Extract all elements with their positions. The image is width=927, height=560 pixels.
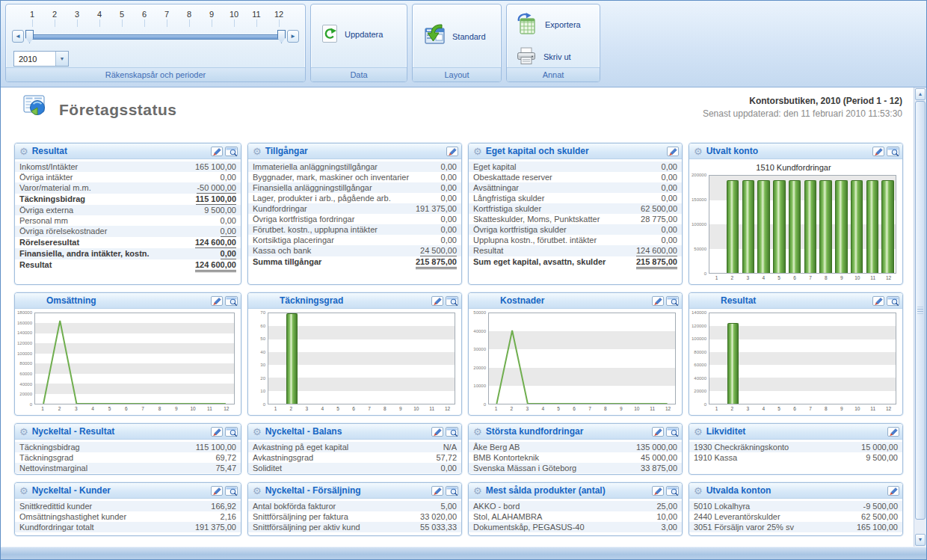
panel-preview-icon[interactable] (666, 296, 679, 306)
panel-preview-icon[interactable] (446, 296, 458, 306)
table-row: Inkomst/Intäkter165 100,00 (15, 161, 241, 172)
standard-layout-button[interactable]: Standard (420, 22, 489, 51)
year-dropdown[interactable]: 2010 ▼ (13, 51, 69, 67)
table-row: Upplupna kostn., förutbet. intäkter0,00 (469, 235, 682, 245)
panel-header: Täckningsgrad (248, 293, 461, 309)
panel-edit-icon[interactable] (211, 427, 223, 437)
panel-preview-icon[interactable] (446, 427, 458, 437)
panel-edit-icon[interactable] (872, 147, 884, 156)
panel-preview-icon[interactable] (225, 486, 238, 496)
panel-preview-icon[interactable] (446, 486, 458, 496)
row-value: 0,00 (662, 182, 677, 193)
panel-edit-icon[interactable] (211, 296, 223, 306)
table-row: Kassa och bank24 500,00 (248, 245, 461, 256)
update-button[interactable]: Uppdatera (318, 22, 386, 46)
row-label: Kundfordringar (253, 203, 416, 214)
chart-utvalt-konto: 1510 Kundfordringar050000100000150000200… (689, 161, 902, 283)
table-row: Kundfordringar totalt191 375,00 (15, 522, 241, 532)
scroll-up-button[interactable]: ▲ (915, 88, 926, 100)
period-slider-thumb-end[interactable] (277, 30, 286, 43)
row-label: Förutbet. kostn., upplupna intäkter (253, 224, 441, 235)
bar-month-8 (819, 180, 831, 273)
x-axis-labels: 123456789101112 (34, 404, 235, 413)
row-value: 5,00 (441, 501, 457, 511)
panel-header: ⚙Mest sålda produkter (antal) (469, 483, 682, 499)
x-tick-label: 1 (34, 404, 51, 413)
x-tick-label: 3 (740, 274, 756, 283)
panel-preview-icon[interactable] (666, 427, 679, 437)
table-row: Övriga kortfristiga skulder0,00 (469, 224, 682, 235)
ribbon-group-periods: 123456789101112 ◄ ► 2010 ▼ Räkenskapsår … (5, 4, 306, 82)
panel-body: Snittkredittid kunder166,92Omsättningsha… (15, 499, 241, 535)
panel-edit-icon[interactable] (431, 486, 443, 496)
scroll-down-button[interactable]: ▼ (915, 534, 926, 546)
row-value: 0,00 (662, 224, 677, 235)
y-tick-label: 50000 (473, 310, 486, 315)
panel-body: 1510 Kundfordringar050000100000150000200… (689, 159, 902, 284)
panel-edit-icon[interactable] (446, 147, 458, 156)
panel-edit-icon[interactable] (431, 427, 443, 437)
table-row: Antal bokförda fakturor5,00 (248, 501, 461, 511)
row-label: Kundfordringar totalt (19, 522, 195, 532)
table-row: Resultat124 600,00 (469, 245, 682, 256)
x-tick-label: 3 (299, 404, 315, 413)
panel-header: ⚙Största kundfordringar (469, 424, 682, 440)
row-value: 166,92 (211, 501, 236, 511)
panel-edit-icon[interactable] (652, 427, 664, 437)
table-row: Dokumentskåp, PEGASUS-403,00 (469, 522, 682, 532)
export-button[interactable]: Exportera (513, 10, 584, 39)
row-value: 75,47 (215, 463, 236, 473)
panel-edit-icon[interactable] (211, 486, 223, 496)
panel-tillgangar: ⚙TillgångarImmateriella anläggningstillg… (247, 143, 462, 285)
row-label: Nettovinstmarginal (19, 463, 215, 473)
panel-preview-icon[interactable] (225, 296, 238, 306)
y-tick-label: 40000 (473, 329, 486, 333)
panel-preview-icon[interactable] (887, 296, 899, 306)
chevron-down-icon[interactable]: ▼ (55, 52, 68, 66)
period-slider-thumb-start[interactable] (25, 30, 34, 43)
row-label: Kortsiktiga placeringar (253, 235, 441, 245)
refresh-icon (321, 24, 338, 45)
chart-omsattning: 0200004000060000800001000001200001400001… (15, 311, 241, 414)
bar-month-2 (727, 323, 739, 404)
panel-edit-icon[interactable] (667, 147, 679, 156)
scrollbar-thumb[interactable] (915, 101, 926, 520)
plot-row: 010203040506070 (250, 313, 455, 404)
panel-preview-icon[interactable] (225, 427, 238, 437)
slider-tick-label: 8 (182, 10, 196, 27)
panel-body: Immateriella anläggningstillgångar0,00By… (248, 159, 461, 284)
row-label: Summa tillgångar (253, 256, 416, 267)
slider-tick-label: 3 (70, 10, 84, 27)
row-label: 1930 Checkräkningskonto (694, 442, 861, 452)
print-button[interactable]: Skriv ut (513, 45, 574, 69)
vertical-scrollbar[interactable]: ▲ ▼ (914, 87, 926, 547)
row-label: Omsättningshastighet kunder (19, 511, 221, 522)
panel-body: Eget kapital0,00Obeskattade reserver0,00… (469, 159, 682, 284)
x-tick-label: 4 (84, 404, 101, 413)
panel-edit-icon[interactable] (652, 296, 664, 306)
table-row: Övriga externa9 500,00 (15, 205, 241, 215)
panel-edit-icon[interactable] (872, 296, 884, 306)
panel-title: Utvalda konton (706, 485, 885, 496)
panel-preview-icon[interactable] (666, 486, 679, 496)
slider-left-arrow-button[interactable]: ◄ (12, 30, 24, 43)
panel-preview-icon[interactable] (887, 147, 899, 156)
panel-edit-icon[interactable] (887, 486, 899, 496)
panel-title: Tillgångar (265, 146, 444, 156)
panel-edit-icon[interactable] (652, 486, 664, 496)
y-tick-label: 30000 (473, 347, 486, 351)
panel-preview-icon[interactable] (225, 147, 238, 156)
slider-right-arrow-button[interactable]: ► (287, 30, 299, 43)
slider-tick-label: 7 (160, 10, 173, 27)
table-row: Varor/material m.m.-50 000,00 (15, 182, 241, 194)
panel-title: Eget kapital och skulder (486, 146, 665, 156)
panel-edit-icon[interactable] (431, 296, 443, 306)
row-value: 62 500,00 (861, 511, 898, 522)
row-label: Finansiella anläggningstillgångar (253, 182, 441, 193)
y-axis-labels: 010203040506070 (250, 313, 268, 404)
panel-edit-icon[interactable] (211, 147, 223, 156)
panel-edit-icon[interactable] (887, 427, 899, 437)
y-tick-label: 50 (260, 336, 265, 341)
y-tick-label: 100000 (692, 222, 706, 227)
period-slider-track[interactable] (28, 34, 283, 40)
